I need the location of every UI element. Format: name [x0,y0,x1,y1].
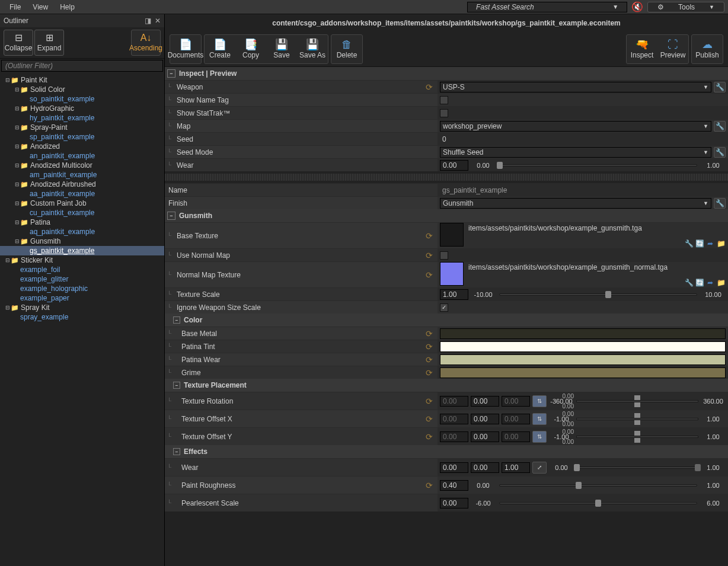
collapse-icon[interactable]: − [167,69,175,78]
delete-button[interactable]: 🗑Delete [333,36,361,62]
tree-item[interactable]: cu_paintkit_example [0,208,164,218]
link-toggle[interactable]: ⇅ [532,413,547,425]
save-button[interactable]: 💾Save [267,36,296,62]
wrench-icon[interactable]: 🔧 [684,239,694,248]
menu-view[interactable]: View [27,3,54,11]
tree-item[interactable]: aa_paintkit_example [0,189,164,199]
ascending-button[interactable]: A↓Ascending [131,30,161,56]
tree-item[interactable]: spray_example [0,312,164,322]
tree-item[interactable]: example_glitter [0,274,164,284]
weapon-dropdown[interactable]: USP-S▼ [440,82,711,92]
texture-preview[interactable] [440,262,464,286]
tree-item[interactable]: ⊟📁Patina [0,218,164,227]
tree-item[interactable]: hy_paintkit_example [0,113,164,123]
close-icon[interactable]: ✕ [155,17,161,25]
refresh-icon[interactable]: 🔄 [695,278,704,287]
goto-icon[interactable]: ➦ [705,239,715,248]
refresh-icon[interactable]: ⟳ [424,396,434,406]
folder-icon[interactable]: 📁 [716,278,726,287]
link-toggle[interactable]: ⇅ [532,431,547,443]
pearlescent-input[interactable] [440,498,468,509]
tree-item[interactable]: example_paper [0,293,164,303]
eff-wear-input-1[interactable] [440,462,468,473]
refresh-icon[interactable]: ⟳ [424,481,434,490]
inspect-button[interactable]: 🔫Inspect [628,36,656,62]
seed-mode-dropdown[interactable]: Shuffle Seed▼ [440,147,711,158]
wear-slider[interactable] [499,164,697,167]
rot-input-1[interactable] [440,396,468,407]
collapse-icon[interactable]: − [167,212,175,220]
ox-input-1[interactable] [440,414,468,424]
create-button[interactable]: 📄Create [206,36,234,62]
wrench-icon[interactable]: 🔧 [684,278,694,287]
tree-item[interactable]: example_holographic [0,284,164,293]
rot-slider[interactable]: 0.000.00 [576,394,698,408]
section-effects[interactable]: −Effects [165,445,728,458]
tree-item[interactable]: aq_paintkit_example [0,227,164,236]
rot-input-2[interactable] [471,396,499,407]
section-color[interactable]: −Color [165,314,728,327]
section-texture-placement[interactable]: −Texture Placement [165,379,728,392]
link-toggle[interactable]: ⇅ [532,395,547,407]
refresh-icon[interactable]: ⟳ [424,270,434,280]
documents-button[interactable]: 📄Documents [171,36,200,62]
eff-wear-input-2[interactable] [471,462,499,473]
save-as-button[interactable]: 💾Save As [298,36,327,62]
copy-button[interactable]: 📑Copy [237,36,265,62]
collapse-button[interactable]: ⊟Collapse [4,30,33,56]
base-metal-swatch[interactable] [440,328,726,339]
oy-slider[interactable]: 0.000.00 [576,430,698,444]
paint-roughness-slider[interactable] [499,484,697,487]
wrench-icon[interactable]: 🔧 [714,147,726,158]
menu-file[interactable]: File [4,3,27,11]
rot-input-3[interactable] [502,396,530,407]
tree-item[interactable]: ⊟📁Sticker Kit [0,255,164,265]
refresh-icon[interactable]: 🔄 [695,239,704,248]
separator[interactable] [165,174,728,181]
ox-input-3[interactable] [502,414,530,424]
tree-item[interactable]: am_paintkit_example [0,170,164,180]
menu-help[interactable]: Help [54,3,81,11]
tree-item[interactable]: ⊟📁Spray Kit [0,303,164,312]
refresh-icon[interactable]: ⟳ [424,355,434,364]
ox-slider[interactable]: 0.000.00 [576,412,698,426]
use-normal-checkbox[interactable] [440,251,448,260]
ignore-size-checkbox[interactable]: ✓ [440,303,448,312]
section-gunsmith[interactable]: −Gunsmith [165,209,728,222]
fast-asset-search[interactable]: Fast Asset Search ▼ [467,2,627,12]
expand-button[interactable]: ⊞Expand [34,30,64,56]
dock-icon[interactable]: ◨ [145,17,151,25]
publish-button[interactable]: ☁Publish [693,36,721,62]
patina-wear-swatch[interactable] [440,354,726,365]
tree-item[interactable]: ⊟📁Custom Paint Job [0,199,164,208]
oy-input-1[interactable] [440,431,468,442]
tree-item[interactable]: example_foil [0,265,164,274]
tree-item[interactable]: ⊟📁Anodized [0,142,164,151]
tools-button[interactable]: ⚙ Tools ▼ [647,2,724,12]
refresh-icon[interactable]: ⟳ [424,329,434,338]
tree-item[interactable]: ⊟📁Anodized Multicolor [0,161,164,170]
collapse-icon[interactable]: − [173,316,180,324]
tree-item[interactable]: sp_paintkit_example [0,132,164,142]
refresh-icon[interactable]: ⟳ [424,414,434,424]
tree-item[interactable]: ⊟📁Gunsmith [0,236,164,246]
patina-tint-swatch[interactable] [440,341,726,352]
tree-item[interactable]: gs_paintkit_example [0,246,164,255]
outliner-filter[interactable]: (Outliner Filter) [1,60,163,72]
tree-item[interactable]: ⊟📁Solid Color [0,85,164,94]
show-name-tag-checkbox[interactable] [440,96,448,104]
refresh-icon[interactable]: ⟳ [424,368,434,378]
pearlescent-slider[interactable] [499,502,697,504]
grime-swatch[interactable] [440,367,726,378]
texture-scale-input[interactable] [440,289,468,300]
refresh-icon[interactable]: ⟳ [424,432,434,442]
tree-item[interactable]: so_paintkit_example [0,94,164,104]
preview-button[interactable]: ⛶Preview [659,36,687,62]
wrench-icon[interactable]: 🔧 [714,82,726,92]
mute-icon[interactable]: 🔇 [630,1,645,13]
ox-input-2[interactable] [471,414,499,424]
refresh-icon[interactable]: ⟳ [424,82,434,92]
oy-input-2[interactable] [471,431,499,442]
oy-input-3[interactable] [502,431,530,442]
refresh-icon[interactable]: ⟳ [424,342,434,351]
